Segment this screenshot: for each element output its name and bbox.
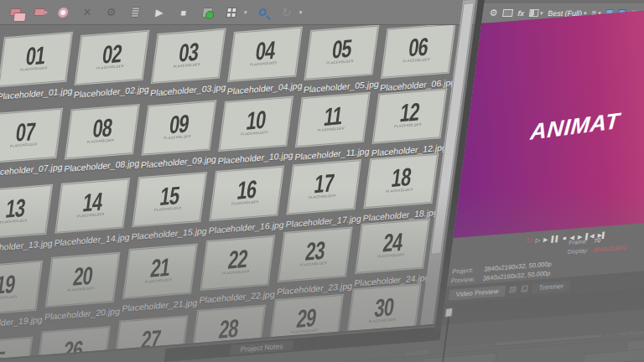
media-thumbnail[interactable]: 05PLACEHOLDER [305,26,379,80]
media-thumbnail[interactable]: 09PLACEHOLDER [143,101,216,154]
views-icon[interactable] [222,4,241,21]
media-fx-icon[interactable] [198,3,216,20]
search-media-icon[interactable] [253,3,272,20]
media-item[interactable]: 06PLACEHOLDERPlaceholder_06.jpg [380,23,462,93]
media-item[interactable]: 18PLACEHOLDERPlaceholder_18.jpg [362,153,444,223]
scroll-up-icon[interactable]: ▲ [463,0,477,1]
thumbnail-number: 24 [382,230,404,255]
tab-trimmer[interactable]: Trimmer [532,280,571,294]
media-item[interactable]: 03PLACEHOLDERPlaceholder_03.jpg [150,28,232,98]
thumbnail-number: 01 [25,44,47,68]
media-thumbnail[interactable]: 12PLACEHOLDER [373,89,447,142]
history-icon[interactable]: ↻ [278,3,296,20]
media-thumbnail[interactable]: 11PLACEHOLDER [296,93,370,147]
media-thumbnail[interactable]: 03PLACEHOLDER [152,29,226,83]
media-item[interactable]: 22PLACEHOLDERPlaceholder_22.jpg [199,235,281,305]
thumbnail-number: 09 [169,112,190,137]
project-properties-icon[interactable]: ⚙ [489,8,498,18]
media-thumbnail[interactable]: 23PLACEHOLDER [278,228,352,282]
media-thumbnail[interactable]: 19PLACEHOLDER [0,261,42,315]
play-from-start-icon[interactable]: ▷ [535,237,540,243]
media-thumbnail[interactable]: 08PLACEHOLDER [65,105,139,158]
media-item[interactable]: 24PLACEHOLDERPlaceholder_24.jpg [354,219,436,288]
thumbnail-caption: PLACEHOLDER [0,295,18,301]
loop-playback-icon[interactable]: ↻ [526,237,533,246]
media-item[interactable]: 19PLACEHOLDERPlaceholder_19.jpg [0,261,49,330]
pause-icon[interactable]: ▌▌ [551,235,560,242]
media-item[interactable]: 16PLACEHOLDERPlaceholder_16.jpg [208,166,290,235]
media-item[interactable]: 21PLACEHOLDERPlaceholder_21.jpg [122,244,204,313]
media-thumbnail[interactable]: 17PLACEHOLDER [287,160,361,214]
media-item[interactable]: 01PLACEHOLDERPlaceholder_01.jpg [0,32,79,101]
media-thumbnail[interactable]: 01PLACEHOLDER [0,33,72,86]
media-item[interactable]: 07PLACEHOLDERPlaceholder_07.jpg [0,108,69,178]
thumbnail-number: 16 [236,178,258,202]
display-value: 3840x2160/2 [593,244,627,252]
media-item[interactable]: 12PLACEHOLDERPlaceholder_12.jpg [371,89,453,158]
external-monitor-icon[interactable] [502,9,513,17]
tab-video-preview[interactable]: Video Preview [449,285,506,300]
tab-project-notes[interactable]: Project Notes [230,340,294,355]
document-icon[interactable] [126,4,144,21]
play-icon[interactable]: ▶ [543,236,548,242]
media-thumbnail[interactable]: 13PLACEHOLDER [0,185,52,239]
media-thumbnail[interactable]: 22PLACEHOLDER [200,236,274,290]
media-thumbnail[interactable]: 06PLACEHOLDER [382,24,455,78]
media-item[interactable]: 20PLACEHOLDERPlaceholder_20.jpg [44,252,126,322]
media-item[interactable]: 15PLACEHOLDERPlaceholder_15.jpg [131,172,213,241]
pin-icon[interactable]: □ [508,285,517,294]
media-item[interactable]: 02PLACEHOLDERPlaceholder_02.jpg [73,30,155,100]
media-filename: Placeholder_03.jpg [150,82,226,98]
media-item[interactable]: 14PLACEHOLDERPlaceholder_14.jpg [54,178,136,248]
thumbnail-number: 13 [5,196,27,220]
media-item[interactable]: 23PLACEHOLDERPlaceholder_23.jpg [276,227,358,297]
media-thumbnail[interactable]: 14PLACEHOLDER [55,178,129,232]
media-item[interactable]: 17PLACEHOLDERPlaceholder_17.jpg [285,160,367,230]
media-filename: Placeholder_10.jpg [217,150,293,166]
stop-preview-icon[interactable]: ■ [174,4,193,21]
video-output-fx-icon[interactable]: fx [517,9,525,18]
media-item[interactable]: 05PLACEHOLDERPlaceholder_05.jpg [303,25,385,95]
start-preview-icon[interactable]: ▶ [150,3,169,20]
thumbnail-number: 14 [82,190,104,215]
media-filename: Placeholder_17.jpg [285,214,361,230]
media-item[interactable]: 11PLACEHOLDERPlaceholder_11.jpg [294,92,377,162]
media-thumbnail[interactable]: 04PLACEHOLDER [228,28,302,81]
media-item[interactable]: 10PLACEHOLDERPlaceholder_10.jpg [217,96,299,166]
remove-unused-media-icon[interactable]: ✕ [78,3,96,20]
playhead-marker[interactable] [444,308,453,318]
media-item[interactable]: 13PLACEHOLDERPlaceholder_13.jpg [0,184,59,254]
media-thumbnail[interactable]: 24PLACEHOLDER [356,220,429,273]
thumbnail-number: 29 [296,306,318,330]
extract-audio-cd-icon[interactable] [54,3,72,20]
thumbnail-number: 30 [373,295,395,319]
media-filename: Placeholder_07.jpg [0,162,62,178]
media-thumbnail[interactable]: 07PLACEHOLDER [0,109,62,163]
close-icon[interactable]: ✕ [520,284,529,293]
split-screen-icon[interactable] [529,9,539,17]
media-thumbnail[interactable]: 21PLACEHOLDER [123,245,197,298]
history-caret-icon[interactable]: ▾ [299,8,303,15]
media-filename: Placeholder_21.jpg [122,297,197,313]
media-thumbnail[interactable]: 20PLACEHOLDER [46,253,120,307]
properties-icon[interactable]: ⚙ [101,3,120,20]
media-thumbnail[interactable]: 18PLACEHOLDER [364,154,438,208]
views-caret-icon[interactable]: ▾ [243,8,247,15]
media-thumbnail[interactable]: 16PLACEHOLDER [210,167,283,220]
split-screen-caret-icon[interactable]: ▾ [540,10,544,17]
media-filename: Placeholder_09.jpg [140,154,216,170]
media-thumbnail[interactable]: 10PLACEHOLDER [219,97,293,151]
media-filename: Placeholder_16.jpg [208,220,283,235]
thumbnail-number: 20 [72,264,94,288]
media-item[interactable]: 09PLACEHOLDERPlaceholder_09.jpg [140,101,222,170]
media-item[interactable]: 08PLACEHOLDERPlaceholder_08.jpg [64,104,146,173]
media-item[interactable]: 04PLACEHOLDERPlaceholder_04.jpg [226,27,309,96]
import-media-icon[interactable] [6,4,24,21]
thumbnail-number: 05 [331,37,353,61]
video-preview-frame[interactable]: ANIMAT [454,0,644,238]
timecode-label: 00:00:05 [405,349,428,357]
media-thumbnail[interactable]: 02PLACEHOLDER [75,31,149,85]
stop-icon[interactable]: ■ [563,235,567,240]
capture-video-icon[interactable] [29,4,48,21]
media-thumbnail[interactable]: 15PLACEHOLDER [132,173,206,226]
